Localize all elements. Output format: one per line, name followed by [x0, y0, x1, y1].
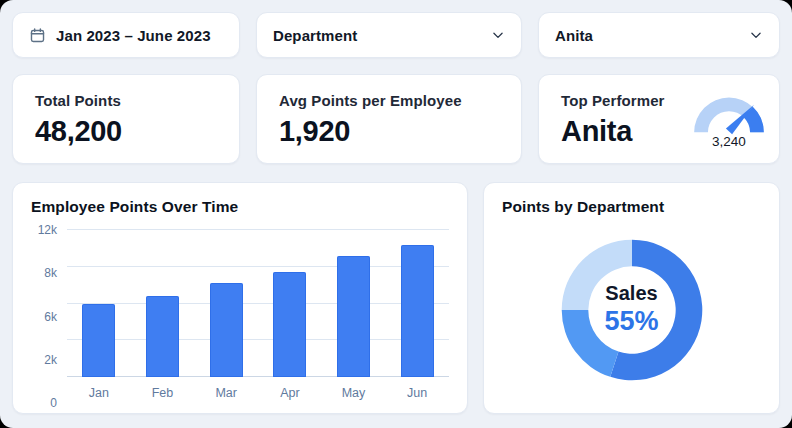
bars — [67, 230, 449, 377]
calendar-icon — [29, 27, 46, 44]
bar-chart: 02k6k8k12k JanFebMarAprMayJun — [31, 230, 449, 403]
charts-row: Employee Points Over Time 02k6k8k12k Jan… — [12, 182, 780, 414]
x-tick-label: Jan — [67, 386, 131, 400]
filter-bar: Jan 2023 – June 2023 Department Anita — [12, 12, 780, 58]
department-dropdown[interactable]: Department — [256, 12, 522, 58]
chevron-down-icon — [749, 28, 763, 42]
bar-feb — [146, 296, 179, 377]
bar-slot — [385, 230, 449, 377]
x-tick-label: May — [322, 386, 386, 400]
bar-slot — [194, 230, 258, 377]
top-performer-gauge: 3,240 — [685, 92, 773, 149]
bar-jun — [401, 245, 434, 377]
y-tick-label: 12k — [38, 223, 57, 237]
donut-rings — [556, 234, 708, 386]
bar-slot — [131, 230, 195, 377]
bar-apr — [273, 272, 306, 377]
date-range-label: Jan 2023 – June 2023 — [56, 27, 211, 44]
x-tick-label: Mar — [194, 386, 258, 400]
donut-chart: Sales 55% — [502, 216, 761, 403]
total-points-value: 48,200 — [35, 115, 122, 148]
gauge-value: 3,240 — [712, 134, 746, 149]
x-tick-label: Apr — [258, 386, 322, 400]
employee-dropdown-label: Anita — [555, 27, 593, 44]
avg-points-label: Avg Points per Employee — [279, 92, 462, 109]
y-tick-label: 6k — [44, 310, 57, 324]
total-points-label: Total Points — [35, 92, 122, 109]
department-dropdown-label: Department — [273, 27, 357, 44]
gauge-icon — [685, 92, 773, 136]
bar-slot — [258, 230, 322, 377]
bar-mar — [210, 283, 243, 377]
bar-chart-y-axis: 02k6k8k12k — [31, 230, 67, 403]
x-tick-label: Jun — [385, 386, 449, 400]
bar-chart-card: Employee Points Over Time 02k6k8k12k Jan… — [12, 182, 468, 414]
date-range-picker[interactable]: Jan 2023 – June 2023 — [12, 12, 240, 58]
total-points-card: Total Points 48,200 — [12, 74, 240, 164]
bar-may — [337, 256, 370, 377]
bar-chart-x-axis: JanFebMarAprMayJun — [67, 377, 449, 403]
dashboard: Jan 2023 – June 2023 Department Anita To… — [0, 0, 792, 428]
top-performer-value: Anita — [561, 115, 665, 148]
top-performer-label: Top Performer — [561, 92, 665, 109]
y-tick-label: 0 — [50, 396, 57, 410]
bar-jan — [82, 304, 115, 378]
avg-points-value: 1,920 — [279, 115, 462, 148]
avg-points-card: Avg Points per Employee 1,920 — [256, 74, 522, 164]
bar-chart-title: Employee Points Over Time — [31, 198, 449, 216]
x-tick-label: Feb — [131, 386, 195, 400]
donut-chart-card: Points by Department Sales 55% — [483, 182, 780, 414]
donut-slice — [561, 239, 631, 309]
bar-slot — [67, 230, 131, 377]
stat-cards: Total Points 48,200 Avg Points per Emplo… — [12, 74, 780, 164]
y-tick-label: 2k — [44, 353, 57, 367]
employee-dropdown[interactable]: Anita — [538, 12, 780, 58]
bar-plot — [67, 230, 449, 377]
top-performer-card: Top Performer Anita 3,240 — [538, 74, 780, 164]
chevron-down-icon — [491, 28, 505, 42]
donut-chart-title: Points by Department — [502, 198, 761, 216]
donut-slice — [561, 310, 618, 377]
y-tick-label: 8k — [44, 266, 57, 280]
bar-slot — [322, 230, 386, 377]
